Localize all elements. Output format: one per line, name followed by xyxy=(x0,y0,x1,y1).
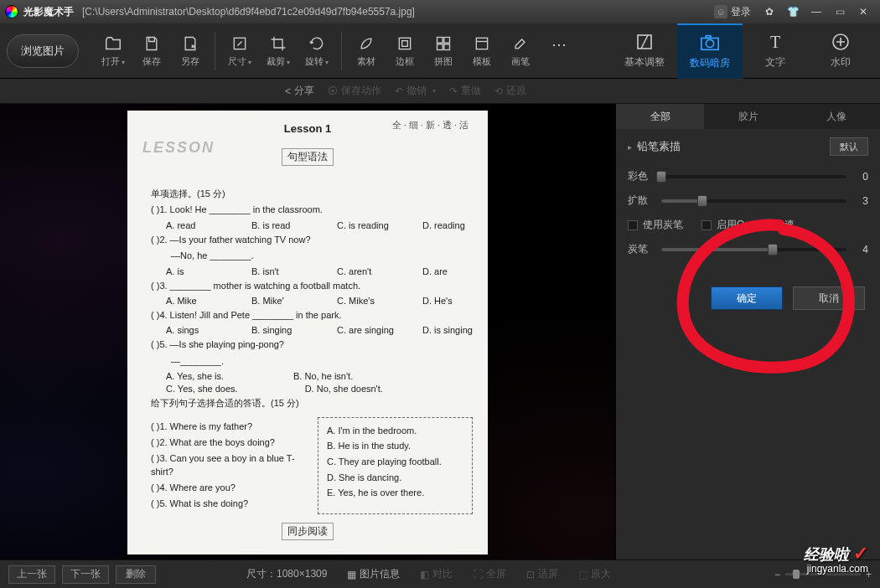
adjust-icon xyxy=(634,32,655,52)
delete-button[interactable]: 删除 xyxy=(116,565,156,584)
rotate-icon xyxy=(308,34,326,53)
crop-icon xyxy=(269,34,287,53)
charcoal-value: 4 xyxy=(855,244,868,255)
basic-adjust-tab[interactable]: 基本调整 xyxy=(612,23,677,79)
svg-rect-2 xyxy=(402,40,408,46)
login-label: 登录 xyxy=(731,5,751,19)
document-image: 全·细·新·透·活 Lesson 1 LESSON 句型语法 单项选择。(15 … xyxy=(127,111,488,554)
opencl-checkbox[interactable]: 启用OpenCL加速 xyxy=(701,218,795,232)
color-slider[interactable] xyxy=(661,175,846,178)
brush-icon xyxy=(511,34,530,53)
tab-film[interactable]: 胶片 xyxy=(704,104,792,129)
main-toolbar: 浏览图片 打开▾ 保存 另存 尺寸▾ 裁剪▾ 旋转▾ 素材 边框 拼图 模板 画… xyxy=(0,23,880,79)
text-icon: T xyxy=(765,32,785,52)
next-image-button[interactable]: 下一张 xyxy=(62,565,109,584)
saveas-button[interactable]: 另存 xyxy=(171,28,210,75)
saveas-icon xyxy=(181,34,199,53)
info-icon: ▦ xyxy=(347,569,356,580)
diffuse-value: 3 xyxy=(855,195,868,207)
compare-icon: ◧ xyxy=(420,569,429,580)
action-bar: <分享 ⦿保存动作 ↶撤销▾ ↷重做 ⟲还原 xyxy=(0,79,880,104)
more-icon: ⋯ xyxy=(550,35,568,54)
app-title: 光影魔术手 xyxy=(23,5,74,19)
fit-icon: ⊡ xyxy=(526,569,535,580)
watermark-tab[interactable]: 水印 xyxy=(808,23,873,79)
undo-icon: ↶ xyxy=(395,85,403,97)
collage-button[interactable]: 拼图 xyxy=(424,28,463,75)
crop-button[interactable]: 裁剪▾ xyxy=(259,28,298,75)
maximize-button[interactable]: ▭ xyxy=(828,3,852,21)
settings-icon[interactable]: ✿ xyxy=(758,3,781,21)
border-button[interactable]: 边框 xyxy=(386,28,424,75)
svg-rect-1 xyxy=(399,38,410,49)
fullscreen-button[interactable]: ⛶全屏 xyxy=(473,567,506,581)
color-label: 彩色 xyxy=(628,169,653,183)
fit-screen-button[interactable]: ⊡适屏 xyxy=(526,567,558,581)
canvas-area[interactable]: 全·细·新·透·活 Lesson 1 LESSON 句型语法 单项选择。(15 … xyxy=(0,104,615,560)
redo-button[interactable]: ↷重做 xyxy=(449,84,481,98)
diffuse-label: 扩散 xyxy=(628,193,653,208)
zoom-slider[interactable] xyxy=(785,573,861,575)
ok-button[interactable]: 确定 xyxy=(711,286,783,310)
resize-icon xyxy=(230,34,249,53)
orig-icon: ⬚ xyxy=(578,569,588,580)
svg-rect-11 xyxy=(706,36,711,39)
restore-button[interactable]: ⟲还原 xyxy=(494,84,526,98)
darkroom-tab[interactable]: 数码暗房 xyxy=(677,23,743,79)
save-action-button[interactable]: ⦿保存动作 xyxy=(328,84,381,98)
svg-rect-6 xyxy=(444,44,450,49)
cancel-button[interactable]: 取消 xyxy=(793,286,865,310)
zoom-out-icon[interactable]: − xyxy=(774,569,780,580)
minimize-button[interactable]: — xyxy=(805,3,828,21)
undo-button[interactable]: ↶撤销▾ xyxy=(395,84,436,98)
login-button[interactable]: ☺ 登录 xyxy=(714,5,751,19)
zoom-in-icon[interactable]: + xyxy=(866,569,872,580)
close-button[interactable]: ✕ xyxy=(852,3,875,21)
default-button[interactable]: 默认 xyxy=(830,137,868,156)
svg-rect-4 xyxy=(444,37,450,43)
watermark-icon xyxy=(831,32,851,52)
rotate-button[interactable]: 旋转▾ xyxy=(298,28,336,75)
dimensions-label: 尺寸：1080×1309 xyxy=(246,567,327,581)
more-button[interactable]: ⋯... xyxy=(540,28,578,75)
zoom-control[interactable]: − + xyxy=(774,569,872,580)
chevron-right-icon: ▸ xyxy=(628,142,632,152)
fullscreen-icon: ⛶ xyxy=(473,569,483,580)
leaf-icon xyxy=(357,34,375,53)
text-tab[interactable]: T文字 xyxy=(743,23,808,79)
svg-point-10 xyxy=(706,39,713,47)
image-info-button[interactable]: ▦图片信息 xyxy=(347,567,400,581)
file-path: [C:\Users\Administrator\Desktop\d6d9f4eb… xyxy=(82,6,415,18)
original-size-button[interactable]: ⬚原大 xyxy=(578,567,611,581)
brush-button[interactable]: 画笔 xyxy=(501,28,540,75)
folder-open-icon xyxy=(104,34,122,53)
material-button[interactable]: 素材 xyxy=(347,28,386,75)
tab-all[interactable]: 全部 xyxy=(616,104,704,129)
app-logo-icon xyxy=(5,5,18,18)
browse-images-button[interactable]: 浏览图片 xyxy=(7,34,79,68)
charcoal-slider[interactable] xyxy=(661,248,846,251)
share-button[interactable]: <分享 xyxy=(285,84,314,98)
diffuse-slider[interactable] xyxy=(661,199,846,203)
charcoal-checkbox[interactable]: 使用炭笔 xyxy=(628,218,683,232)
open-button[interactable]: 打开▾ xyxy=(94,28,132,75)
prev-image-button[interactable]: 上一张 xyxy=(8,565,55,584)
tab-portrait[interactable]: 人像 xyxy=(792,104,880,129)
title-bar: 光影魔术手 [C:\Users\Administrator\Desktop\d6… xyxy=(0,0,880,23)
status-bar: 上一张 下一张 删除 尺寸：1080×1309 ▦图片信息 ◧对比 ⛶全屏 ⊡适… xyxy=(0,560,880,588)
compare-button[interactable]: ◧对比 xyxy=(420,567,453,581)
redo-icon: ↷ xyxy=(449,85,458,97)
effect-name[interactable]: ▸铅笔素描 xyxy=(628,139,681,154)
template-button[interactable]: 模板 xyxy=(463,28,501,75)
charcoal-label: 炭笔 xyxy=(628,242,653,256)
save-button[interactable]: 保存 xyxy=(132,28,171,75)
save-icon xyxy=(142,34,161,53)
skin-icon[interactable]: 👕 xyxy=(781,3,805,21)
camera-icon xyxy=(700,33,720,53)
svg-rect-7 xyxy=(476,38,487,49)
border-icon xyxy=(396,34,414,53)
size-button[interactable]: 尺寸▾ xyxy=(220,28,259,75)
share-icon: < xyxy=(285,85,291,97)
effects-panel: 全部 胶片 人像 ▸铅笔素描 默认 彩色 0 扩散 3 使用炭笔 启用OpenC… xyxy=(615,104,880,560)
grid-icon xyxy=(434,34,453,53)
